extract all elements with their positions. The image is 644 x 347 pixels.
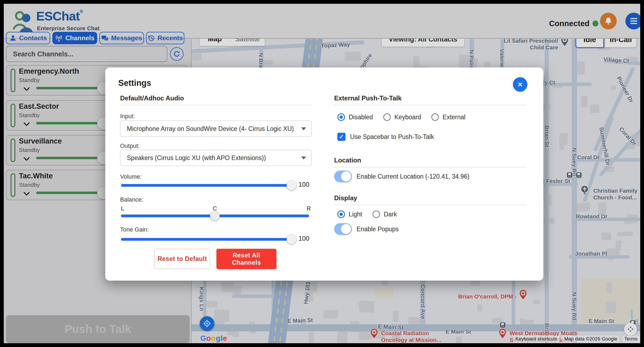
spacebar-ptt-row: ✓ Use Spacebar to Push-To-Talk [337, 133, 434, 141]
popups-toggle-row: Enable Popups [334, 223, 399, 235]
tone-gain-label: Tone Gain: [120, 226, 149, 233]
caret-down-icon [301, 157, 306, 159]
popups-toggle-label: Enable Popups [357, 226, 399, 233]
settings-modal: Settings × Default/Adhoc Audio Input: Mi… [105, 67, 543, 281]
radio-label: Light [349, 211, 362, 218]
tone-gain-value: 100 [299, 235, 309, 242]
popups-toggle[interactable] [334, 223, 352, 235]
input-device-value: Microphone Array on SoundWire Device (4-… [127, 125, 294, 132]
volume-slider[interactable] [121, 184, 295, 187]
reset-to-default-button[interactable]: Reset to Default [154, 249, 210, 269]
tone-gain-slider[interactable] [121, 238, 295, 241]
tone-gain-slider-thumb[interactable] [287, 234, 296, 244]
radio-dark[interactable] [372, 210, 380, 218]
balance-right-label: R [307, 205, 311, 212]
caret-down-icon [301, 127, 306, 130]
balance-left-label: L [121, 205, 124, 212]
balance-slider-thumb[interactable] [210, 211, 220, 221]
location-section-header: Location [334, 157, 526, 167]
radio-label: Disabled [349, 114, 373, 121]
location-toggle[interactable] [334, 171, 352, 182]
close-icon: × [518, 80, 523, 89]
input-label: Input: [120, 113, 135, 120]
volume-slider-thumb[interactable] [287, 181, 296, 190]
audio-section-header: Default/Adhoc Audio [120, 94, 312, 105]
display-section-header: Display [334, 194, 526, 205]
radio-external[interactable] [431, 113, 439, 121]
volume-label: Volume: [120, 173, 142, 180]
radio-light[interactable] [337, 210, 345, 218]
radio-label: External [443, 114, 465, 121]
location-toggle-row: Enable Current Location (-120.41, 34.96) [334, 171, 469, 182]
reset-all-channels-button[interactable]: Reset All Channels [216, 249, 276, 269]
radio-disabled[interactable] [337, 113, 345, 121]
toggle-knob [341, 171, 351, 182]
input-device-select[interactable]: Microphone Array on SoundWire Device (4-… [120, 121, 312, 137]
check-icon: ✓ [339, 133, 344, 140]
app-root: Topaz WaySapphireN BradN Palisade DrVale… [0, 0, 644, 347]
output-label: Output: [120, 142, 140, 149]
spacebar-ptt-label: Use Spacebar to Push-To-Talk [350, 133, 434, 141]
spacebar-ptt-checkbox[interactable]: ✓ [337, 133, 345, 141]
radio-label: Keyboard [395, 114, 421, 121]
location-toggle-label: Enable Current Location (-120.41, 34.96) [357, 173, 469, 180]
toggle-knob [341, 224, 351, 234]
close-button[interactable]: × [513, 77, 527, 92]
radio-keyboard[interactable] [383, 113, 391, 121]
external-ptt-section-header: External Push-To-Talk [334, 94, 526, 105]
modal-title: Settings [118, 78, 151, 88]
balance-label: Balance: [120, 196, 143, 203]
volume-value: 100 [299, 181, 309, 188]
radio-label: Dark [384, 211, 397, 218]
output-device-select[interactable]: Speakers (Cirrus Logic XU (with APO Exte… [120, 150, 312, 166]
theme-radio-group: Light Dark [337, 210, 397, 218]
output-device-value: Speakers (Cirrus Logic XU (with APO Exte… [127, 154, 266, 162]
external-ptt-radio-group: Disabled Keyboard External [337, 113, 465, 121]
